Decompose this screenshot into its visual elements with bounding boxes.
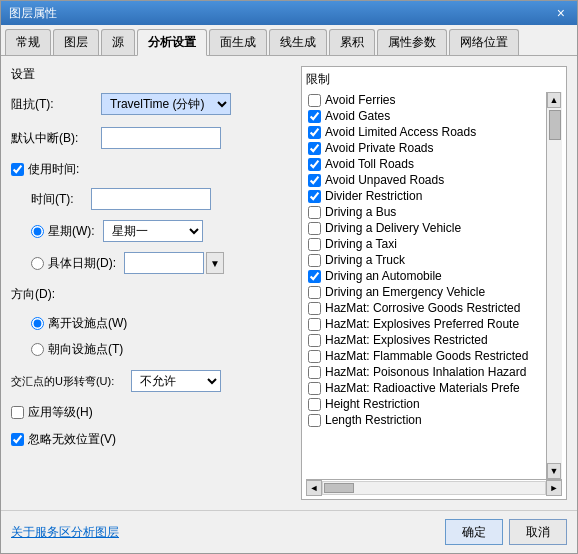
restriction-checkbox[interactable] — [308, 126, 321, 139]
ok-button[interactable]: 确定 — [445, 519, 503, 545]
restriction-checkbox[interactable] — [308, 94, 321, 107]
away-radio[interactable] — [31, 317, 44, 330]
uturn-row: 交汇点的U形转弯(U): 不允许 — [11, 370, 291, 392]
restriction-checkbox[interactable] — [308, 318, 321, 331]
specific-date-radio-row: 具体日期(D): 2018/11/19 ▼ — [31, 252, 291, 274]
horizontal-scrollbar[interactable]: ◄ ► — [306, 479, 562, 495]
time-input[interactable]: 22:00 — [91, 188, 211, 210]
use-time-checkbox[interactable] — [11, 163, 24, 176]
restriction-checkbox[interactable] — [308, 174, 321, 187]
restriction-checkbox[interactable] — [308, 286, 321, 299]
ignore-invalid-checkbox[interactable] — [11, 433, 24, 446]
tab-属性参数[interactable]: 属性参数 — [377, 29, 447, 55]
ignore-invalid-label: 忽略无效位置(V) — [28, 431, 116, 448]
use-time-label: 使用时间: — [28, 161, 79, 178]
restriction-label: Avoid Gates — [325, 109, 390, 123]
toward-radio[interactable] — [31, 343, 44, 356]
list-item: HazMat: Poisonous Inhalation Hazard — [306, 364, 546, 380]
restriction-checkbox[interactable] — [308, 238, 321, 251]
weekday-radio[interactable] — [31, 225, 44, 238]
impedance-row: 阻抗(T): TravelTime (分钟) — [11, 93, 291, 115]
list-item: Driving a Taxi — [306, 236, 546, 252]
tab-分析设置[interactable]: 分析设置 — [137, 29, 207, 56]
list-item: Avoid Ferries — [306, 92, 546, 108]
content-area: 设置 阻抗(T): TravelTime (分钟) 默认中断(B): 10 使用… — [1, 56, 577, 510]
specific-date-radio[interactable] — [31, 257, 44, 270]
impedance-select[interactable]: TravelTime (分钟) — [101, 93, 231, 115]
restriction-label: Driving a Bus — [325, 205, 396, 219]
apply-hierarchy-row: 应用等级(H) — [11, 404, 291, 421]
scroll-thumb[interactable] — [549, 110, 561, 140]
time-label: 时间(T): — [31, 191, 91, 208]
scroll-track — [547, 108, 562, 463]
tab-源[interactable]: 源 — [101, 29, 135, 55]
apply-hierarchy-checkbox[interactable] — [11, 406, 24, 419]
list-item: Avoid Unpaved Roads — [306, 172, 546, 188]
h-scroll-thumb[interactable] — [324, 483, 354, 493]
scroll-right-btn[interactable]: ► — [546, 480, 562, 496]
close-button[interactable]: × — [553, 5, 569, 21]
tab-图层[interactable]: 图层 — [53, 29, 99, 55]
list-item: Divider Restriction — [306, 188, 546, 204]
apply-hierarchy-label: 应用等级(H) — [28, 404, 93, 421]
time-row: 时间(T): 22:00 — [11, 188, 291, 210]
restriction-label: HazMat: Radioactive Materials Prefe — [325, 381, 520, 395]
tab-累积[interactable]: 累积 — [329, 29, 375, 55]
list-item: Driving a Bus — [306, 204, 546, 220]
restriction-label: Avoid Toll Roads — [325, 157, 414, 171]
default-break-input[interactable]: 10 — [101, 127, 221, 149]
title-bar: 图层属性 × — [1, 1, 577, 25]
restriction-checkbox[interactable] — [308, 302, 321, 315]
list-item: HazMat: Flammable Goods Restricted — [306, 348, 546, 364]
about-link[interactable]: 关于服务区分析图层 — [11, 524, 439, 541]
impedance-control: TravelTime (分钟) — [101, 93, 291, 115]
vertical-scrollbar[interactable]: ▲ ▼ — [546, 92, 562, 479]
tab-网络位置[interactable]: 网络位置 — [449, 29, 519, 55]
restriction-checkbox[interactable] — [308, 190, 321, 203]
specific-date-input[interactable]: 2018/11/19 — [124, 252, 204, 274]
restriction-label: HazMat: Corrosive Goods Restricted — [325, 301, 520, 315]
restriction-label: HazMat: Explosives Restricted — [325, 333, 488, 347]
away-radio-row: 离开设施点(W) — [31, 315, 291, 332]
restrictions-list[interactable]: Avoid FerriesAvoid GatesAvoid Limited Ac… — [306, 92, 546, 479]
weekday-select[interactable]: 星期一 — [103, 220, 203, 242]
restriction-label: Driving a Truck — [325, 253, 405, 267]
restriction-checkbox[interactable] — [308, 350, 321, 363]
restriction-checkbox[interactable] — [308, 158, 321, 171]
calendar-button[interactable]: ▼ — [206, 252, 224, 274]
restriction-checkbox[interactable] — [308, 222, 321, 235]
restriction-checkbox[interactable] — [308, 334, 321, 347]
window-title: 图层属性 — [9, 5, 57, 22]
default-break-control: 10 — [101, 127, 291, 149]
tab-线生成[interactable]: 线生成 — [269, 29, 327, 55]
tab-面生成[interactable]: 面生成 — [209, 29, 267, 55]
list-item: HazMat: Radioactive Materials Prefe — [306, 380, 546, 396]
list-item: Driving a Delivery Vehicle — [306, 220, 546, 236]
weekday-radio-label: 星期(W): — [48, 223, 95, 240]
cancel-button[interactable]: 取消 — [509, 519, 567, 545]
restriction-checkbox[interactable] — [308, 142, 321, 155]
scroll-left-btn[interactable]: ◄ — [306, 480, 322, 496]
restriction-checkbox[interactable] — [308, 398, 321, 411]
impedance-label: 阻抗(T): — [11, 96, 101, 113]
list-item: Height Restriction — [306, 396, 546, 412]
restriction-checkbox[interactable] — [308, 110, 321, 123]
list-item: Avoid Limited Access Roads — [306, 124, 546, 140]
restriction-label: Avoid Ferries — [325, 93, 395, 107]
tab-常规[interactable]: 常规 — [5, 29, 51, 55]
scroll-up-btn[interactable]: ▲ — [547, 92, 561, 108]
restriction-checkbox[interactable] — [308, 270, 321, 283]
uturn-label: 交汇点的U形转弯(U): — [11, 374, 131, 389]
uturn-select[interactable]: 不允许 — [131, 370, 221, 392]
footer: 关于服务区分析图层 确定 取消 — [1, 510, 577, 553]
restriction-checkbox[interactable] — [308, 206, 321, 219]
restriction-checkbox[interactable] — [308, 414, 321, 427]
restriction-checkbox[interactable] — [308, 254, 321, 267]
restriction-label: Driving a Delivery Vehicle — [325, 221, 461, 235]
list-item: Avoid Gates — [306, 108, 546, 124]
restriction-checkbox[interactable] — [308, 366, 321, 379]
scroll-down-btn[interactable]: ▼ — [547, 463, 561, 479]
settings-section-label: 设置 — [11, 66, 291, 83]
toward-label: 朝向设施点(T) — [48, 341, 123, 358]
restriction-checkbox[interactable] — [308, 382, 321, 395]
